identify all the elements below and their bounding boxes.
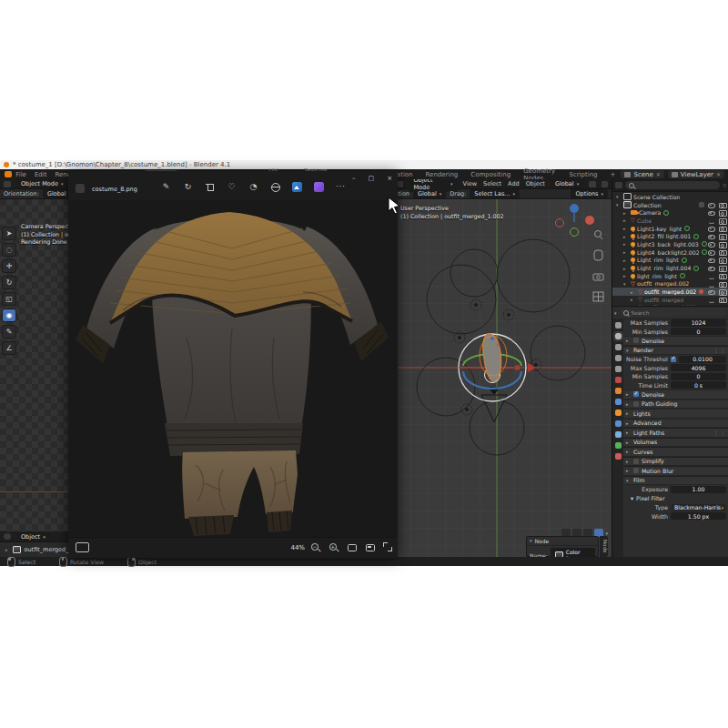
hide-in-viewport-icon[interactable] — [707, 233, 715, 240]
shading-dropdown-icon[interactable]: ▾ — [605, 531, 608, 536]
properties-tab-modifiers[interactable] — [615, 399, 622, 405]
expander-icon[interactable]: ▾ — [623, 281, 630, 287]
expander-icon[interactable]: ▾ — [616, 202, 622, 207]
viewport-menu-add[interactable]: Add — [508, 180, 520, 187]
disable-in-renders-icon[interactable] — [718, 288, 726, 296]
hide-in-viewport-icon[interactable] — [707, 201, 715, 208]
section-lights[interactable]: ▸Lights — [623, 409, 728, 419]
section-simplify[interactable]: ▸Simplify — [623, 457, 728, 467]
blender-app-icon[interactable] — [5, 171, 12, 177]
annotate-tool[interactable]: ✎ — [2, 325, 16, 339]
hide-in-viewport-icon[interactable] — [707, 240, 715, 248]
outliner-row[interactable]: ▸Light2_fill light.001 — [612, 232, 728, 240]
properties-search-input[interactable]: Search — [620, 308, 726, 317]
hide-in-viewport-icon[interactable] — [707, 248, 715, 256]
expander-icon[interactable]: ▸ — [631, 289, 637, 295]
close-icon[interactable]: × — [387, 175, 392, 182]
section-checkbox[interactable] — [633, 459, 639, 464]
expander-icon[interactable]: ▸ — [623, 217, 630, 223]
properties-tab-material[interactable] — [615, 453, 622, 460]
transform-orientation-dropdown[interactable]: Global▾ — [551, 179, 583, 188]
filmstrip-toggle-icon[interactable] — [76, 542, 89, 552]
panel-menu-icon[interactable]: ⋮⋮ — [713, 347, 726, 353]
fullscreen-icon[interactable] — [383, 542, 392, 551]
outliner-row[interactable]: ▸▽Cube — [612, 217, 728, 225]
disable-in-renders-icon[interactable] — [718, 265, 726, 272]
properties-tab-render[interactable] — [615, 333, 622, 339]
slideshow-icon[interactable]: ◔ — [248, 182, 258, 192]
disable-in-renders-icon[interactable] — [718, 280, 726, 288]
hide-in-viewport-icon[interactable] — [707, 280, 715, 288]
filter-icon[interactable]: ▽ — [723, 183, 726, 188]
browser-icon[interactable] — [270, 182, 280, 192]
properties-tab-scene[interactable] — [615, 366, 622, 372]
section-motion-blur[interactable]: ▸Motion Blur — [623, 466, 728, 476]
outliner-display-mode-icon[interactable] — [615, 182, 622, 188]
favorite-icon[interactable]: ♡ — [227, 182, 237, 192]
editor-type-icon[interactable] — [4, 533, 11, 540]
property-value[interactable]: 0.0100 — [679, 356, 726, 363]
hide-in-viewport-icon[interactable] — [707, 225, 715, 232]
expander-icon[interactable]: ▸ — [623, 234, 630, 239]
exclude-checkbox[interactable] — [699, 202, 704, 207]
workspace-tab-compositing[interactable]: Compositing — [465, 170, 516, 179]
viewport-menu-select[interactable]: Select — [483, 180, 501, 187]
outliner-row[interactable]: ▸Camera — [612, 208, 728, 217]
property-value[interactable]: 0 — [671, 328, 726, 335]
property-checkbox[interactable] — [671, 357, 676, 362]
properties-tab-particles[interactable] — [615, 410, 622, 416]
section-denoise[interactable]: ▸Denoise — [623, 336, 728, 346]
properties-tab-view-layer[interactable] — [615, 355, 622, 361]
hide-in-viewport-icon[interactable] — [707, 296, 715, 303]
viewport-menu-view[interactable]: View — [463, 180, 477, 187]
minimize-icon[interactable]: – — [352, 175, 356, 182]
rotate-icon[interactable]: ↻ — [183, 182, 193, 192]
expander-icon[interactable]: ▸ — [623, 226, 630, 231]
editor-type-icon[interactable] — [4, 181, 11, 187]
disable-in-renders-icon[interactable] — [718, 209, 726, 217]
section-film[interactable]: ▾Film — [623, 476, 728, 486]
mode-dropdown[interactable]: Object Mode▾ — [16, 179, 67, 188]
editor-type-icon[interactable] — [397, 181, 403, 187]
disable-in-renders-icon[interactable] — [718, 233, 726, 240]
delete-icon[interactable] — [205, 182, 215, 192]
zoom-out-icon[interactable]: − — [310, 542, 319, 551]
viewlayer-remove-icon[interactable]: ✕ — [716, 171, 721, 177]
panel-menu-icon[interactable]: ⋮⋮ — [713, 430, 726, 436]
expander-icon[interactable]: ▸ — [623, 258, 630, 263]
section-denoise[interactable]: ▸Denoise — [623, 389, 728, 399]
disable-in-renders-icon[interactable] — [718, 257, 726, 264]
workspace-tab-scripting[interactable]: Scripting — [563, 170, 602, 179]
measure-tool[interactable]: ∠ — [2, 341, 16, 355]
outliner-row[interactable]: ▸light_rim_light — [612, 272, 728, 280]
outliner-row[interactable]: ▸Light_rim_light — [612, 257, 728, 265]
section-checkbox[interactable] — [633, 468, 639, 473]
viewport-menu-object[interactable]: Object — [526, 180, 545, 187]
orientation-dropdown[interactable]: Global▾ — [413, 189, 446, 198]
properties-tab-object[interactable] — [615, 388, 622, 394]
node-sidebar-tab[interactable]: Node — [600, 536, 608, 557]
subsection-pixel-filter[interactable]: ▾Pixel Filter — [623, 494, 728, 504]
property-value[interactable]: 0 s — [671, 381, 726, 389]
section-curves[interactable]: ▸Curves — [623, 447, 728, 457]
section-render[interactable]: ▾Render⋮⋮ — [623, 346, 728, 356]
zoom-in-icon[interactable]: + — [329, 542, 338, 551]
cursor-tool[interactable]: ◌ — [2, 243, 16, 257]
hide-in-viewport-icon[interactable] — [707, 265, 715, 272]
hide-in-viewport-icon[interactable] — [707, 217, 715, 224]
node-panel-header[interactable]: ▾Node — [527, 537, 598, 546]
edit-icon[interactable]: ✎ — [161, 182, 171, 192]
outliner-row[interactable]: ▸Light3_back_light.003 — [612, 240, 728, 248]
outliner-row[interactable]: ▸Light_rim_light.004 — [612, 264, 728, 272]
property-value[interactable]: 1024 — [671, 319, 726, 327]
properties-tab-world[interactable] — [615, 377, 622, 383]
menu-edit[interactable]: Edit — [35, 171, 47, 178]
outliner-row[interactable]: ▾Collection — [612, 201, 728, 209]
more-icon[interactable]: ··· — [336, 182, 346, 192]
property-value[interactable]: 4096 — [671, 364, 726, 371]
section-volumes[interactable]: ▸Volumes — [623, 438, 728, 448]
hide-in-viewport-icon[interactable] — [707, 272, 715, 279]
expander-icon[interactable]: ▸ — [623, 249, 630, 255]
outliner-row[interactable]: ▸Light4_backlight2.002 — [612, 248, 728, 257]
photo-content[interactable] — [68, 200, 398, 537]
